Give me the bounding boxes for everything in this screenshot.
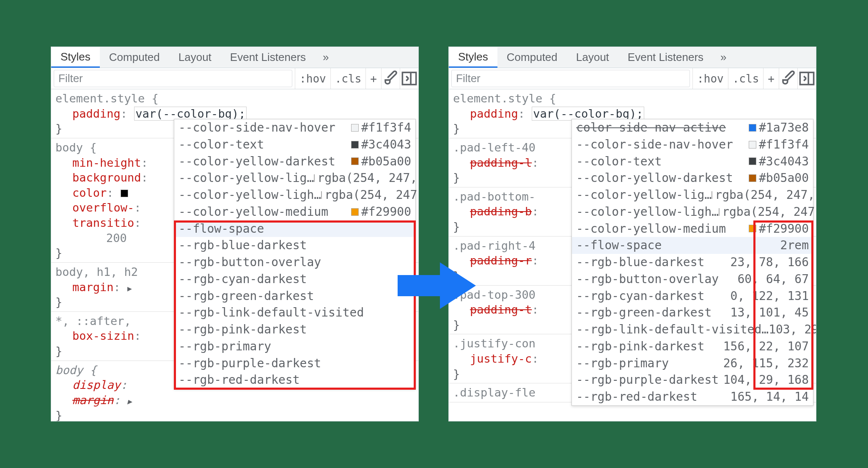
- css-prop[interactable]: margin: [72, 281, 114, 294]
- ac-item[interactable]: --rgb-primary26, 115, 232: [572, 355, 813, 372]
- cls-toggle[interactable]: .cls: [728, 68, 764, 89]
- css-prop[interactable]: justify-c: [470, 352, 532, 365]
- rules-left: element.style { padding: var(--color-bg)…: [51, 89, 418, 421]
- value-editor[interactable]: var(--color-bg);: [532, 107, 644, 121]
- css-prop[interactable]: transitio: [72, 216, 134, 229]
- ac-name: --color-yellow-medium: [179, 204, 328, 220]
- ac-item[interactable]: --color-yellow-medium#f29900: [572, 220, 813, 237]
- ac-item[interactable]: --rgb-purple-darkest: [174, 355, 415, 372]
- css-prop[interactable]: box-sizin: [72, 329, 134, 342]
- css-prop[interactable]: padding-t: [470, 303, 532, 316]
- ac-item[interactable]: --rgb-link-default-visited: [174, 304, 415, 321]
- new-style-rule[interactable]: +: [365, 68, 381, 89]
- ac-item[interactable]: --color-yellow-lig…rgba(254, 247, 22…: [174, 170, 415, 187]
- ac-item[interactable]: --rgb-link-default-visited…103, 29, 1…: [572, 321, 813, 338]
- panel-toggle-icon[interactable]: [400, 68, 418, 89]
- ac-item[interactable]: --color-yellow-ligh…rgba(254, 247, 22…: [572, 204, 813, 220]
- ac-value: rgba(254, 247, 22…: [722, 204, 816, 220]
- tabs-overflow[interactable]: »: [315, 47, 336, 68]
- ac-value: 156, 22, 107: [723, 338, 809, 355]
- color-swatch: [711, 191, 712, 199]
- css-prop[interactable]: padding-l: [470, 156, 532, 169]
- ac-item[interactable]: --color-yellow-darkest#b05a00: [174, 153, 415, 170]
- tab-computed[interactable]: Computed: [100, 47, 169, 68]
- ac-item[interactable]: --flow-space2rem: [572, 237, 813, 254]
- autocomplete-popup-left[interactable]: --color-side-nav-hover#f1f3f4--color-tex…: [174, 119, 416, 389]
- ac-name: --rgb-link-default-visited…: [576, 321, 769, 338]
- ac-item[interactable]: --rgb-blue-darkest23, 78, 166: [572, 254, 813, 271]
- filter-input[interactable]: Filter: [451, 70, 690, 87]
- prop-padding[interactable]: padding: [72, 107, 121, 120]
- color-swatch: [749, 174, 756, 182]
- ac-name: --rgb-green-darkest: [179, 288, 314, 305]
- svg-marker-2: [398, 262, 476, 309]
- autocomplete-popup-right[interactable]: color side nav active#1a73e8--color-side…: [571, 119, 813, 406]
- ac-item[interactable]: --flow-space: [174, 220, 415, 237]
- css-prop[interactable]: padding-b: [470, 205, 532, 218]
- color-swatch: [351, 141, 359, 149]
- css-prop[interactable]: background: [72, 171, 141, 184]
- css-prop[interactable]: padding-r: [470, 254, 532, 267]
- ac-item[interactable]: color side nav active#1a73e8: [572, 119, 813, 136]
- color-swatch: [749, 141, 756, 149]
- devtools-panel-left: Styles Computed Layout Event Listeners »…: [51, 47, 419, 421]
- ac-item[interactable]: --rgb-button-overlay: [174, 254, 415, 271]
- css-prop[interactable]: color: [72, 186, 107, 199]
- tab-layout[interactable]: Layout: [169, 47, 221, 68]
- paint-brush-icon[interactable]: [779, 68, 797, 89]
- ac-item[interactable]: --rgb-cyan-darkest0, 122, 131: [572, 288, 813, 305]
- ac-item[interactable]: --rgb-primary: [174, 338, 415, 355]
- ac-value: #3c4043: [361, 136, 411, 153]
- css-prop[interactable]: display: [72, 378, 121, 391]
- ac-name: --rgb-cyan-darkest: [179, 271, 307, 288]
- tab-computed[interactable]: Computed: [497, 47, 567, 68]
- css-prop[interactable]: overflow-: [72, 201, 134, 214]
- ac-item[interactable]: --rgb-button-overlay60, 64, 67: [572, 271, 813, 288]
- ac-item[interactable]: --color-yellow-lig…rgba(254, 247, 22…: [572, 187, 813, 204]
- ac-name: --color-text: [576, 153, 662, 170]
- tabs-overflow[interactable]: »: [713, 47, 734, 68]
- selector: body {: [55, 363, 97, 377]
- css-prop[interactable]: min-height: [72, 156, 141, 169]
- tab-event-listeners[interactable]: Event Listeners: [221, 47, 315, 68]
- ac-item[interactable]: --rgb-green-darkest13, 101, 45: [572, 304, 813, 321]
- filter-input[interactable]: Filter: [54, 70, 292, 87]
- hov-toggle[interactable]: :hov: [692, 68, 728, 89]
- ac-item[interactable]: --rgb-blue-darkest: [174, 237, 415, 254]
- panel-toggle-icon[interactable]: [797, 68, 816, 89]
- tab-styles[interactable]: Styles: [449, 47, 497, 68]
- ac-value: #1a73e8: [759, 119, 809, 136]
- new-style-rule[interactable]: +: [763, 68, 779, 89]
- ac-name: --color-yellow-medium: [576, 220, 726, 237]
- ac-item[interactable]: --color-side-nav-hover#f1f3f4: [174, 119, 415, 136]
- ac-item[interactable]: --rgb-red-darkest165, 14, 14: [572, 388, 813, 405]
- ac-item[interactable]: --rgb-green-darkest: [174, 288, 415, 305]
- ac-name: --rgb-purple-darkest: [179, 355, 321, 372]
- close-brace: }: [55, 295, 62, 308]
- hov-toggle[interactable]: :hov: [295, 68, 330, 89]
- paint-brush-icon[interactable]: [381, 68, 400, 89]
- ac-item[interactable]: --rgb-pink-darkest: [174, 321, 415, 338]
- ac-item[interactable]: --color-yellow-darkest#b05a00: [572, 170, 813, 187]
- ac-item[interactable]: --rgb-purple-darkest104, 29, 168: [572, 372, 813, 388]
- value-editor[interactable]: var(--color-bg);: [134, 107, 247, 121]
- ac-item[interactable]: --color-yellow-medium#f29900: [174, 204, 415, 220]
- expand-icon[interactable]: [127, 281, 133, 294]
- prop-padding[interactable]: padding: [470, 107, 518, 120]
- ac-item[interactable]: --color-text#3c4043: [174, 136, 415, 153]
- ac-item[interactable]: --rgb-pink-darkest156, 22, 107: [572, 338, 813, 355]
- selector: body {: [55, 141, 97, 154]
- tab-event-listeners[interactable]: Event Listeners: [618, 47, 713, 68]
- color-swatch[interactable]: [121, 190, 128, 197]
- cls-toggle[interactable]: .cls: [330, 68, 366, 89]
- ac-value: 2rem: [780, 237, 809, 254]
- ac-item[interactable]: --color-yellow-ligh…rgba(254, 247, 22…: [174, 187, 415, 204]
- ac-item[interactable]: --color-text#3c4043: [572, 153, 813, 170]
- ac-item[interactable]: --color-side-nav-hover#f1f3f4: [572, 136, 813, 153]
- expand-icon[interactable]: [127, 394, 133, 407]
- tab-styles[interactable]: Styles: [51, 47, 100, 68]
- tab-layout[interactable]: Layout: [567, 47, 618, 68]
- ac-item[interactable]: --rgb-cyan-darkest: [174, 271, 415, 288]
- css-prop[interactable]: margin: [72, 394, 114, 407]
- ac-item[interactable]: --rgb-red-darkest: [174, 372, 415, 388]
